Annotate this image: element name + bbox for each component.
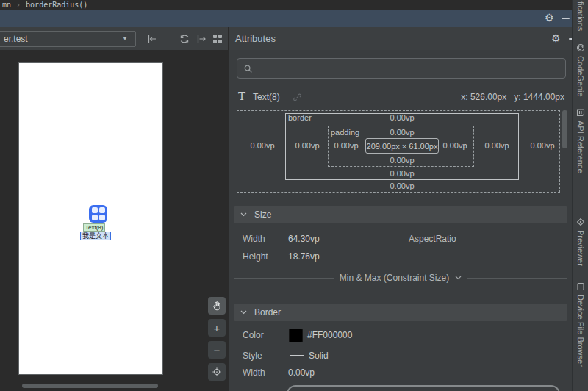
tab-codegenie[interactable]: CodeGenie [573, 43, 588, 97]
attribute-search-box[interactable] [237, 58, 566, 79]
preview-file-selector[interactable]: er.test ▼ [0, 31, 136, 47]
breadcrumb-item-column[interactable]: mn [2, 1, 11, 9]
border-color-label: Color [243, 330, 264, 340]
tab-previewer[interactable]: Previewer [573, 218, 588, 266]
padding-bottom-value[interactable]: 0.00vp [390, 156, 414, 165]
codegenie-icon [576, 43, 585, 52]
previewer-icon [576, 218, 585, 226]
margin-right-value[interactable]: 0.00vp [530, 141, 554, 150]
border-section-header[interactable]: Border [234, 304, 567, 321]
search-icon [243, 64, 253, 73]
minmax-constraint-toggle[interactable]: Min & Max (Constraint Size) [234, 273, 567, 283]
tab-device-file-browser[interactable]: Device File Browser [573, 282, 588, 367]
preview-horizontal-scrollbar[interactable] [22, 384, 158, 388]
position-x: x: 526.00px [461, 92, 506, 102]
tab-notifications-label: fications [576, 1, 585, 31]
export-preview-icon[interactable] [195, 32, 208, 46]
height-value[interactable]: 18.76vp [288, 251, 320, 262]
chevron-down-icon [455, 276, 462, 280]
height-label: Height [243, 251, 268, 262]
component-tag-badge: Text(8) [83, 223, 105, 232]
link-to-source-icon[interactable] [293, 93, 302, 104]
border-color-swatch[interactable] [289, 329, 303, 342]
debug-bar [0, 10, 572, 27]
tab-api-reference-label: API Reference [576, 121, 585, 173]
border-top-value[interactable]: 0.00vp [390, 113, 414, 122]
tab-codegenie-label: CodeGenie [576, 56, 585, 97]
debug-minimize-icon[interactable] [562, 18, 570, 19]
locate-center-button[interactable] [208, 363, 226, 381]
selected-text-component[interactable]: 我是文本 [80, 232, 111, 240]
ide-window: mn›borderRadius() ⚙ er.test ▼ [0, 0, 588, 391]
divider [467, 278, 567, 279]
border-section-title: Border [254, 307, 281, 318]
app-grid-icon[interactable] [89, 205, 107, 223]
attributes-settings-gear-icon[interactable]: ⚙ [551, 33, 561, 43]
tab-previewer-label: Previewer [576, 230, 585, 266]
attributes-panel: T Text(8) x: 526.00pxy: 1444.00px border… [229, 50, 572, 391]
aspect-ratio-label: AspectRatio [409, 234, 456, 244]
padding-left-value[interactable]: 0.00vp [334, 141, 358, 150]
box-model-diagram: border 0.00vp padding 0.00vp 0.00vp 0.00… [237, 110, 560, 193]
preview-file-selector-value: er.test [4, 34, 28, 44]
device-preview-canvas[interactable]: Text(8) 我是文本 [18, 62, 163, 375]
border-style-value[interactable]: Solid [309, 351, 329, 361]
attributes-scrollbar[interactable] [562, 110, 567, 148]
divider [234, 278, 334, 279]
margin-left-value[interactable]: 0.00vp [250, 141, 274, 150]
collapse-into-editor-icon[interactable] [145, 32, 158, 46]
padding-label: padding [331, 128, 359, 137]
padding-top-value[interactable]: 0.00vp [390, 128, 414, 137]
position-y: y: 1444.00px [514, 92, 564, 102]
border-left-value[interactable]: 0.00vp [295, 141, 319, 150]
attributes-panel-header: Attributes ⚙ [229, 27, 572, 50]
text-component-type-icon: T [238, 90, 245, 103]
chevron-down-icon [240, 212, 247, 217]
zoom-in-button[interactable]: + [208, 319, 226, 337]
breadcrumb: mn›borderRadius() [0, 0, 572, 10]
pan-hand-button[interactable] [208, 297, 226, 315]
padding-right-value[interactable]: 0.00vp [442, 141, 467, 150]
radius-preview-shape [287, 385, 560, 391]
zoom-out-button[interactable]: − [208, 341, 226, 359]
solid-line-icon [290, 355, 304, 356]
size-section-title: Size [254, 209, 271, 220]
width-value[interactable]: 64.30vp [288, 234, 320, 244]
component-position: x: 526.00pxy: 1444.00px [461, 92, 564, 102]
refresh-icon[interactable] [178, 32, 191, 46]
breadcrumb-separator: › [16, 1, 21, 9]
api-reference-icon [576, 108, 585, 117]
border-width-value[interactable]: 0.00vp [288, 367, 315, 378]
chevron-down-icon [240, 310, 247, 315]
debug-settings-gear-icon[interactable]: ⚙ [545, 12, 554, 23]
tab-api-reference[interactable]: API Reference [573, 108, 588, 173]
border-bottom-value[interactable]: 0.00vp [390, 169, 414, 178]
border-style-label: Style [243, 351, 262, 361]
border-color-value[interactable]: #FF000000 [307, 330, 352, 340]
search-input[interactable] [257, 63, 537, 73]
minmax-label: Min & Max (Constraint Size) [340, 273, 449, 283]
breadcrumb-item-method[interactable]: borderRadius() [26, 1, 87, 9]
tab-notifications[interactable]: fications [573, 1, 588, 31]
margin-bottom-value[interactable]: 0.00vp [390, 182, 414, 190]
width-label: Width [243, 234, 265, 244]
previewer-toolbar: er.test ▼ [0, 27, 228, 50]
border-label: border [288, 113, 312, 122]
border-width-label: Width [243, 367, 265, 378]
grid-layout-icon[interactable] [211, 32, 224, 46]
content-size-box[interactable]: 209.00px × 61.00px [365, 138, 439, 154]
tab-device-file-browser-label: Device File Browser [576, 295, 585, 367]
attributes-panel-title: Attributes [235, 27, 276, 50]
device-file-browser-icon [576, 282, 585, 291]
size-section-header[interactable]: Size [234, 206, 567, 223]
chevron-down-icon: ▼ [122, 32, 128, 46]
component-name: Text(8) [253, 92, 280, 102]
right-tool-window-bar: fications CodeGenie API Reference [572, 0, 588, 391]
border-right-value[interactable]: 0.00vp [484, 141, 509, 150]
